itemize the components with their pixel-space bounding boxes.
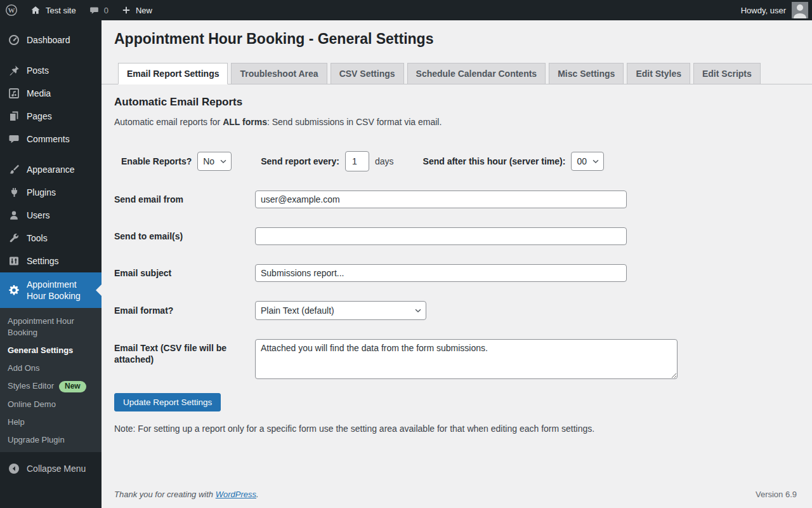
sidebar-item-label: Dashboard <box>27 34 70 46</box>
email-text-row: Email Text (CSV file will be attached) A… <box>114 339 799 379</box>
enable-reports-label: Enable Reports? <box>121 156 192 166</box>
pin-icon <box>8 64 20 77</box>
paintbrush-icon <box>8 163 20 176</box>
send-email-from-label: Send email from <box>114 194 255 205</box>
sidebar-item-users[interactable]: Users <box>0 204 102 227</box>
wordpress-link[interactable]: WordPress <box>216 490 256 499</box>
admin-bar: W Test site 0 New Howdy, user <box>0 0 812 20</box>
sidebar-item-appointment-hour-booking[interactable]: Appointment Hour Booking <box>0 272 102 308</box>
sidebar-item-posts[interactable]: Posts <box>0 59 102 82</box>
sidebar-item-dashboard[interactable]: Dashboard <box>0 29 102 51</box>
sidebar-item-settings[interactable]: Settings <box>0 250 102 272</box>
submenu-item-add-ons[interactable]: Add Ons <box>0 359 102 377</box>
comment-bubble-icon <box>89 5 100 16</box>
email-format-label: Email format? <box>114 305 255 316</box>
new-content-menu[interactable]: New <box>115 0 159 20</box>
sidebar-item-plugins[interactable]: Plugins <box>0 181 102 204</box>
collapse-arrow-icon <box>8 462 20 475</box>
plug-icon <box>8 186 20 199</box>
sidebar-item-label: Plugins <box>27 187 56 198</box>
collapse-menu-button[interactable]: Collapse Menu <box>0 456 102 481</box>
sidebar-item-label: Appointment Hour Booking <box>27 279 96 302</box>
email-subject-input[interactable] <box>255 264 627 282</box>
submenu-item-general-settings[interactable]: General Settings <box>0 342 102 359</box>
tab-misc-settings[interactable]: Misc Settings <box>549 63 624 84</box>
send-every-input[interactable] <box>345 151 369 171</box>
wordpress-logo-icon[interactable]: W <box>0 0 23 20</box>
email-subject-row: Email subject <box>114 264 799 282</box>
enable-reports-select[interactable]: No <box>197 152 232 171</box>
send-to-emails-row: Send to email(s) <box>114 227 799 245</box>
new-badge: New <box>59 381 86 392</box>
sidebar-item-label: Media <box>27 88 51 99</box>
sidebar-item-tools[interactable]: Tools <box>0 227 102 250</box>
account-menu[interactable]: Howdy, user <box>741 0 812 20</box>
submenu-item-appointment-hour-booking[interactable]: Appointment Hour Booking <box>0 312 102 342</box>
sidebar-item-label: Comments <box>27 133 70 145</box>
wrench-icon <box>8 232 20 244</box>
sidebar-item-label: Appearance <box>27 164 75 175</box>
settings-note: Note: For setting up a report only for a… <box>114 424 799 434</box>
submenu-item-help[interactable]: Help <box>0 413 102 431</box>
version-text: Version 6.9 <box>756 490 797 499</box>
plus-icon <box>121 5 131 15</box>
email-text-label: Email Text (CSV file will be attached) <box>114 339 255 365</box>
update-report-settings-button[interactable]: Update Report Settings <box>114 393 221 411</box>
sidebar-item-appearance[interactable]: Appearance <box>0 158 102 181</box>
report-controls-row: Enable Reports? No Send report every: da… <box>121 151 799 171</box>
section-title: Automatic Email Reports <box>114 96 799 109</box>
send-every-label: Send report every: <box>261 156 339 166</box>
send-email-from-input[interactable] <box>255 190 627 208</box>
tab-csv-settings[interactable]: CSV Settings <box>331 63 404 84</box>
content-area: Appointment Hour Booking - General Setti… <box>102 20 812 508</box>
email-text-textarea[interactable]: Attached you will find the data from the… <box>255 339 678 379</box>
sidebar-item-label: Tools <box>27 232 48 244</box>
collapse-menu-label: Collapse Menu <box>27 464 86 474</box>
admin-sidebar: Dashboard Posts Media Pages Comments <box>0 20 102 508</box>
visit-site-link[interactable]: Test site <box>23 0 82 20</box>
tab-edit-styles[interactable]: Edit Styles <box>627 63 690 84</box>
submenu-item-label: Styles Editor <box>8 381 54 391</box>
pages-icon <box>8 110 20 123</box>
sidebar-item-comments[interactable]: Comments <box>0 128 102 150</box>
media-icon <box>8 87 20 100</box>
send-hour-label: Send after this hour (server time): <box>423 156 566 166</box>
tab-edit-scripts[interactable]: Edit Scripts <box>693 63 761 84</box>
send-to-emails-input[interactable] <box>255 227 627 245</box>
tab-troubleshoot-area[interactable]: Troubleshoot Area <box>231 63 327 84</box>
submenu-item-online-demo[interactable]: Online Demo <box>0 396 102 413</box>
send-to-emails-label: Send to email(s) <box>114 231 255 242</box>
footer-thanks: Thank you for creating with WordPress. <box>114 490 259 499</box>
submenu-item-upgrade-plugin[interactable]: Upgrade Plugin <box>0 431 102 449</box>
comment-count: 0 <box>104 6 108 15</box>
admin-footer: Thank you for creating with WordPress. V… <box>102 490 812 508</box>
sidebar-item-label: Users <box>27 210 50 221</box>
submenu-item-styles-editor[interactable]: Styles EditorNew <box>0 377 102 396</box>
sidebar-item-media[interactable]: Media <box>0 82 102 105</box>
tab-schedule-calendar-contents[interactable]: Schedule Calendar Contents <box>407 63 546 84</box>
avatar <box>792 2 808 18</box>
page-title: Appointment Hour Booking - General Setti… <box>114 29 799 48</box>
send-hour-select[interactable]: 00 <box>571 152 604 171</box>
section-intro: Automatic email reports for ALL forms: S… <box>114 117 799 127</box>
howdy-text: Howdy, user <box>741 6 786 15</box>
days-unit-label: days <box>375 156 394 166</box>
user-icon <box>8 209 20 222</box>
intro-bold: ALL forms <box>223 117 267 127</box>
home-icon <box>30 4 41 16</box>
site-name: Test site <box>46 6 76 15</box>
gear-icon <box>8 284 20 297</box>
dashboard-icon <box>8 34 20 46</box>
sidebar-item-label: Posts <box>27 65 49 76</box>
settings-tabs: Email Report Settings Troubleshoot Area … <box>102 63 812 84</box>
email-format-select[interactable]: Plain Text (default) <box>255 301 426 320</box>
settings-icon <box>8 255 20 267</box>
email-format-row: Email format? Plain Text (default) <box>114 301 799 320</box>
plugin-submenu: Appointment Hour Booking General Setting… <box>0 308 102 452</box>
tab-email-report-settings[interactable]: Email Report Settings <box>118 63 228 84</box>
send-email-from-row: Send email from <box>114 190 799 208</box>
sidebar-item-pages[interactable]: Pages <box>0 105 102 128</box>
comments-bubble[interactable]: 0 <box>82 0 115 20</box>
admin-bar-left: W Test site 0 New <box>0 0 159 20</box>
new-label: New <box>136 6 152 15</box>
